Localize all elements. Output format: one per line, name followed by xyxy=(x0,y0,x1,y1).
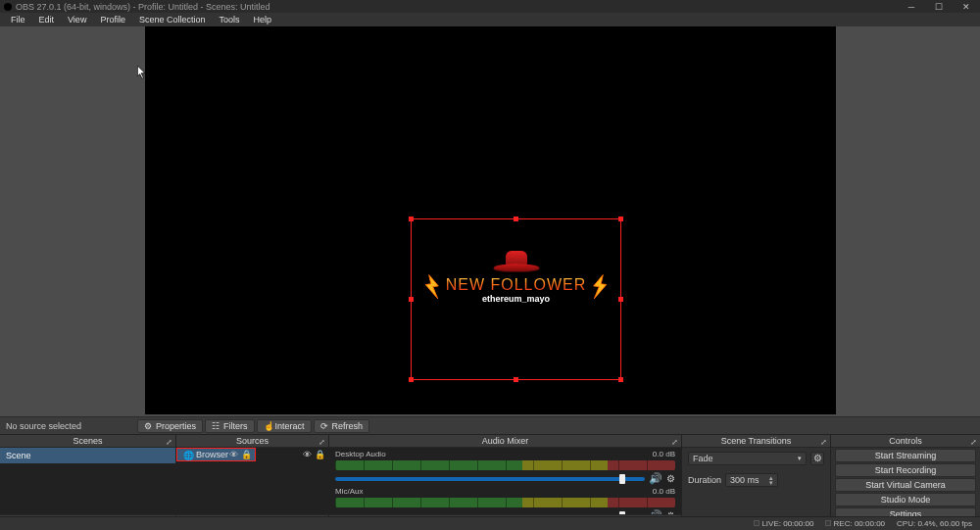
menu-help[interactable]: Help xyxy=(246,15,278,24)
menu-bar: File Edit View Profile Scene Collection … xyxy=(0,13,980,26)
start-streaming-button[interactable]: Start Streaming xyxy=(835,449,976,462)
obs-app-icon xyxy=(4,3,12,11)
rec-time-label: REC: 00:00:00 xyxy=(834,519,885,528)
menu-scene-collection[interactable]: Scene Collection xyxy=(132,15,213,24)
window-minimize-button[interactable]: ─ xyxy=(898,0,925,13)
lock-toggle-icon[interactable]: 🔒 xyxy=(315,450,324,459)
sliders-icon: ☷ xyxy=(212,421,220,430)
svg-marker-1 xyxy=(592,273,608,300)
start-recording-button[interactable]: Start Recording xyxy=(835,463,976,477)
preview-area[interactable]: NEW FOLLOWER ethereum_mayo xyxy=(0,26,980,434)
status-bar: LIVE: 00:00:00 REC: 00:00:00 CPU: 0.4%, … xyxy=(0,516,980,530)
no-source-selected-label: No source selected xyxy=(0,421,87,431)
cowboy-hat-icon xyxy=(494,247,539,274)
filters-button[interactable]: ☷Filters xyxy=(205,419,255,433)
refresh-icon: ⟳ xyxy=(320,421,329,430)
lightning-bolt-icon xyxy=(591,273,610,301)
volume-slider[interactable] xyxy=(335,477,645,481)
live-indicator-icon xyxy=(754,520,760,526)
audio-meter xyxy=(335,460,675,470)
mixer-channel-level: 0.0 dB xyxy=(653,487,675,496)
transition-settings-button[interactable]: ⚙ xyxy=(810,452,824,465)
start-virtual-camera-button[interactable]: Start Virtual Camera xyxy=(835,478,976,492)
lock-toggle-icon[interactable]: 🔒 xyxy=(241,450,251,459)
popout-icon[interactable]: ⤢ xyxy=(669,436,679,446)
popout-icon[interactable]: ⤢ xyxy=(818,436,828,446)
refresh-button[interactable]: ⟳Refresh xyxy=(314,419,370,433)
sources-panel-header[interactable]: Sources⤢ xyxy=(176,435,328,448)
mixer-channel-name: Mic/Aux xyxy=(335,487,363,496)
window-titlebar: OBS 27.0.1 (64-bit, windows) - Profile: … xyxy=(0,0,980,13)
window-maximize-button[interactable]: ☐ xyxy=(925,0,953,13)
preview-canvas[interactable]: NEW FOLLOWER ethereum_mayo xyxy=(145,26,836,414)
mixer-channel-mic: Mic/Aux0.0 dB 🔊 ⚙ xyxy=(329,485,681,514)
window-title: OBS 27.0.1 (64-bit, windows) - Profile: … xyxy=(16,2,270,12)
menu-file[interactable]: File xyxy=(4,15,32,24)
menu-tools[interactable]: Tools xyxy=(212,15,246,24)
scenes-panel-header[interactable]: Scenes⤢ xyxy=(0,435,175,448)
channel-settings-icon[interactable]: ⚙ xyxy=(666,510,675,514)
chevron-down-icon: ▾ xyxy=(798,455,802,462)
visibility-toggle-icon[interactable]: 👁 xyxy=(302,450,312,459)
controls-panel-header[interactable]: Controls⤢ xyxy=(831,435,980,448)
menu-profile[interactable]: Profile xyxy=(93,15,132,24)
properties-button[interactable]: ⚙Properties xyxy=(137,419,203,433)
window-close-button[interactable]: ✕ xyxy=(953,0,980,13)
pointer-icon: ☝ xyxy=(264,421,272,430)
spinner-icon[interactable]: ▴▾ xyxy=(769,475,773,485)
source-selection-outline[interactable]: NEW FOLLOWER ethereum_mayo xyxy=(411,218,621,380)
rec-indicator-icon xyxy=(825,520,831,526)
audio-meter xyxy=(335,498,675,507)
mixer-channel-name: Desktop Audio xyxy=(335,450,386,458)
popout-icon[interactable]: ⤢ xyxy=(968,436,978,446)
menu-view[interactable]: View xyxy=(61,15,93,24)
volume-slider[interactable] xyxy=(335,514,645,515)
svg-marker-0 xyxy=(424,273,440,300)
cpu-fps-label: CPU: 0.4%, 60.00 fps xyxy=(897,519,972,528)
transition-select[interactable]: Fade▾ xyxy=(688,452,807,465)
alert-title-text: NEW FOLLOWER xyxy=(446,276,587,294)
channel-settings-icon[interactable]: ⚙ xyxy=(666,473,675,484)
mixer-channel-level: 0.0 dB xyxy=(653,450,675,458)
mute-button-icon[interactable]: 🔊 xyxy=(649,509,662,514)
scene-transitions-panel-header[interactable]: Scene Transitions⤢ xyxy=(682,435,830,448)
live-time-label: LIVE: 00:00:00 xyxy=(761,519,813,528)
popout-icon[interactable]: ⤢ xyxy=(317,436,326,446)
studio-mode-button[interactable]: Studio Mode xyxy=(835,493,976,506)
source-toolbar: No source selected ⚙Properties ☷Filters … xyxy=(0,416,980,434)
mute-button-icon[interactable]: 🔊 xyxy=(649,472,662,485)
duration-label: Duration xyxy=(688,475,721,485)
menu-edit[interactable]: Edit xyxy=(32,15,62,24)
mixer-channel-desktop: Desktop Audio0.0 dB 🔊 ⚙ xyxy=(329,448,681,485)
gear-icon: ⚙ xyxy=(144,421,153,430)
interact-button[interactable]: ☝Interact xyxy=(257,419,312,433)
popout-icon[interactable]: ⤢ xyxy=(164,436,173,446)
scene-item[interactable]: Scene xyxy=(0,448,175,463)
globe-icon: 🌐 xyxy=(183,451,192,459)
visibility-toggle-icon[interactable]: 👁 xyxy=(228,450,238,459)
alert-username-text: ethereum_mayo xyxy=(482,294,550,304)
transition-duration-input[interactable]: 300 ms▴▾ xyxy=(725,473,778,487)
lightning-bolt-icon xyxy=(422,273,441,301)
source-item-browser[interactable]: 🌐Browser 👁🔒 xyxy=(176,448,256,461)
audio-mixer-panel-header[interactable]: Audio Mixer⤢ xyxy=(329,435,681,448)
svg-marker-2 xyxy=(137,66,145,78)
